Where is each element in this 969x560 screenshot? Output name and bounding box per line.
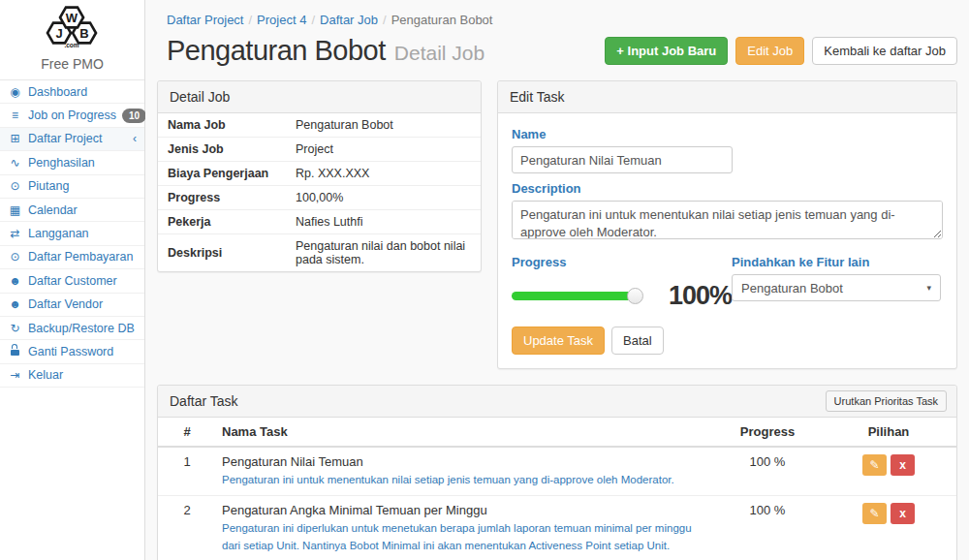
breadcrumb-separator: / [248, 13, 252, 27]
users-icon: ☻ [8, 274, 22, 288]
delete-task-icon-button[interactable]: x [891, 503, 915, 524]
sidebar-item-langganan[interactable]: ⇄ Langganan [0, 222, 144, 245]
sidebar-item-daftar-project[interactable]: ⊞ Daftar Project ‹ [0, 128, 144, 151]
sidebar-item-label: Daftar Vendor [28, 297, 103, 311]
daftar-task-panel: Daftar Task Urutkan Prioritas Task # Nam… [157, 385, 957, 560]
form-actions: Update Task Batal [512, 327, 732, 355]
task-progress: 100 % [714, 496, 821, 560]
detail-label: Pekerja [158, 210, 286, 234]
task-num: 2 [158, 496, 216, 560]
table-row: 2 Pengaturan Angka Minimal Temuan per Mi… [158, 496, 956, 560]
table-row: 1 Pengaturan Nilai Temuan Pengaturan ini… [158, 447, 956, 496]
kembali-ke-daftar-job-button[interactable]: Kembali ke daftar Job [812, 37, 957, 65]
column-num: # [158, 418, 216, 447]
job-count-badge: 10 [122, 109, 146, 123]
breadcrumb-current: Pengaturan Bobot [391, 13, 493, 27]
header-buttons: + Input Job Baru Edit Job Kembali ke daf… [605, 37, 957, 65]
progress-slider[interactable] [512, 292, 640, 300]
breadcrumb-link-daftar-job[interactable]: Daftar Job [320, 13, 378, 27]
sidebar-item-daftar-vendor[interactable]: ☻ Daftar Vendor [0, 294, 144, 317]
money-icon: ⊙ [8, 179, 22, 193]
detail-row-deskripsi: Deskripsi Pengaturan nilai dan bobot nil… [158, 234, 481, 272]
refresh-icon: ↻ [8, 322, 22, 335]
sidebar-item-label: Piutang [28, 179, 69, 193]
column-progress: Progress [714, 418, 821, 447]
sidebar-item-label: Keluar [28, 368, 63, 382]
update-task-button[interactable]: Update Task [512, 327, 605, 355]
edit-task-panel-title: Edit Task [498, 81, 956, 113]
sidebar-item-label: Backup/Restore DB [28, 322, 135, 335]
edit-job-button[interactable]: Edit Job [735, 37, 804, 65]
sign-out-icon: ⇥ [8, 368, 22, 382]
money-icon: ⊙ [8, 250, 22, 264]
detail-value: 100,00% [286, 186, 481, 210]
progress-value: 100% [669, 281, 732, 311]
edit-task-panel: Edit Task Name Description Pengaturan in… [497, 80, 957, 369]
name-label: Name [512, 127, 943, 141]
task-description: Pengaturan ini untuk menentukan nilai se… [222, 472, 708, 488]
sidebar-item-ganti-password[interactable]: Ganti Password [0, 340, 144, 363]
logo[interactable]: W J B .com Free PMO [0, 0, 144, 80]
page-subtitle: Detail Job [394, 42, 484, 65]
detail-row-nama-job: Nama Job Pengaturan Bobot [158, 113, 481, 138]
detail-value: Project [286, 138, 481, 162]
task-name-input[interactable] [512, 146, 733, 173]
detail-job-table: Nama Job Pengaturan Bobot Jenis Job Proj… [158, 113, 481, 271]
select-selected-value: Pengaturan Bobot [741, 281, 843, 296]
urutkan-prioritas-task-button[interactable]: Urutkan Prioritas Task [826, 390, 947, 412]
progress-row: Progress 100% Update Task Batal [512, 247, 943, 355]
main-content: Daftar Project/Project 4/Daftar Job/Peng… [145, 0, 969, 560]
list-icon: ≡ [8, 109, 22, 122]
page-title: Pengaturan Bobot [167, 35, 386, 67]
task-progress: 100 % [714, 447, 821, 496]
move-feature-select[interactable]: Pengaturan Bobot ▾ [732, 274, 941, 301]
lock-icon [8, 347, 22, 356]
repeat-icon: ⇄ [8, 227, 22, 240]
detail-row-pekerja: Pekerja Nafies Luthfi [158, 210, 481, 234]
breadcrumb-link-daftar-project[interactable]: Daftar Project [167, 13, 243, 27]
sidebar: W J B .com Free PMO ◉ Dashboard ≡ Job on… [0, 0, 145, 560]
sidebar-item-penghasilan[interactable]: ∿ Penghasilan [0, 151, 144, 174]
detail-value: Pengaturan Bobot [286, 113, 481, 138]
breadcrumb: Daftar Project/Project 4/Daftar Job/Peng… [145, 0, 969, 31]
edit-task-form: Name Description Pengaturan ini untuk me… [498, 113, 956, 368]
sidebar-item-label: Dashboard [28, 85, 87, 99]
page-header: Pengaturan Bobot Detail Job + Input Job … [145, 31, 969, 80]
detail-row-progress: Progress 100,00% [158, 186, 481, 210]
detail-value: Rp. XXX.XXX [286, 162, 481, 186]
panels-row: Detail Job Nama Job Pengaturan Bobot Jen… [145, 80, 969, 369]
task-description-textarea[interactable]: Pengaturan ini untuk menentukan nilai se… [512, 201, 943, 239]
svg-text:.com: .com [64, 42, 78, 48]
sidebar-item-label: Penghasilan [28, 156, 95, 170]
input-job-baru-button[interactable]: + Input Job Baru [605, 37, 728, 65]
sidebar-item-piutang[interactable]: ⊙ Piutang [0, 175, 144, 199]
sidebar-item-keluar[interactable]: ⇥ Keluar [0, 364, 144, 388]
sidebar-item-daftar-customer[interactable]: ☻ Daftar Customer [0, 269, 144, 293]
batal-button[interactable]: Batal [611, 327, 664, 355]
task-description: Pengaturan ini diperlukan untuk menetuka… [222, 520, 708, 554]
sidebar-item-backup-restore-db[interactable]: ↻ Backup/Restore DB [0, 317, 144, 340]
move-feature-label: Pindahkan ke Fitur lain [732, 255, 943, 269]
slider-handle[interactable] [627, 288, 643, 304]
task-name: Pengaturan Nilai Temuan [222, 454, 708, 469]
breadcrumb-link-project-4[interactable]: Project 4 [257, 13, 306, 27]
caret-down-icon: ▾ [927, 283, 932, 293]
sidebar-item-dashboard[interactable]: ◉ Dashboard [0, 80, 144, 104]
description-label: Description [512, 181, 943, 196]
svg-text:J: J [55, 26, 62, 41]
sidebar-item-calendar[interactable]: ▦ Calendar [0, 199, 144, 222]
sidebar-item-label: Ganti Password [28, 345, 113, 358]
detail-value: Nafies Luthfi [286, 210, 481, 234]
dashboard-icon: ◉ [8, 85, 22, 99]
sidebar-item-job-on-progress[interactable]: ≡ Job on Progress 10 [0, 104, 144, 127]
column-nama-task: Nama Task [216, 418, 714, 447]
sidebar-item-label: Daftar Customer [28, 274, 117, 288]
sidebar-menu: ◉ Dashboard ≡ Job on Progress 10 ⊞ Dafta… [0, 80, 144, 388]
detail-job-panel: Detail Job Nama Job Pengaturan Bobot Jen… [157, 80, 482, 272]
chevron-left-icon: ‹ [133, 132, 137, 145]
sidebar-item-daftar-pembayaran[interactable]: ⊙ Daftar Pembayaran [0, 246, 144, 269]
edit-task-icon-button[interactable]: ✎ [862, 454, 887, 476]
delete-task-icon-button[interactable]: x [891, 454, 915, 476]
edit-task-icon-button[interactable]: ✎ [862, 503, 887, 524]
detail-label: Jenis Job [158, 138, 286, 162]
